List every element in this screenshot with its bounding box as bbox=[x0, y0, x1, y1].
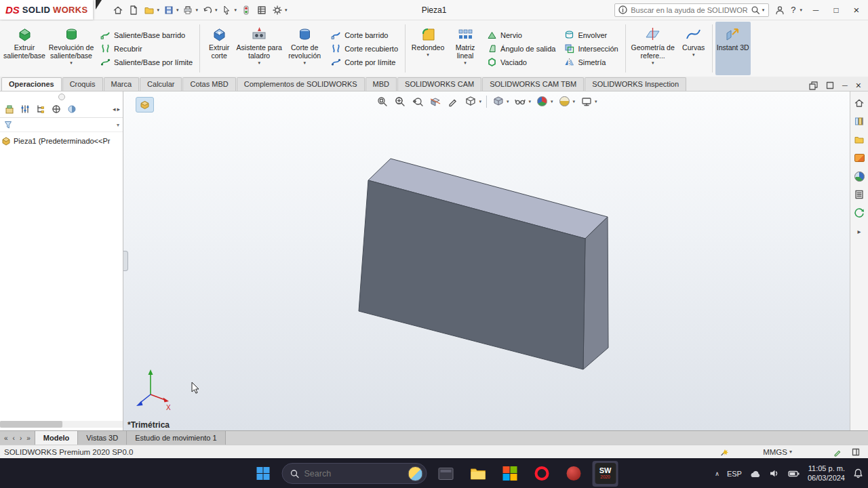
caret-down-icon[interactable]: ▾ bbox=[551, 99, 553, 104]
caret-down-icon[interactable]: ▾ bbox=[573, 99, 576, 104]
caret-down-icon[interactable]: ▾ bbox=[195, 7, 198, 13]
chevron-left-icon[interactable]: ◂ bbox=[113, 106, 116, 113]
red-circle-app-icon[interactable] bbox=[561, 461, 587, 487]
previous-tab-button[interactable]: ‹ bbox=[13, 434, 15, 442]
breadcrumb-part-icon[interactable] bbox=[136, 97, 154, 113]
filter-funnel-icon[interactable] bbox=[3, 120, 13, 129]
loft-boss-button[interactable]: Recubrir bbox=[96, 42, 197, 55]
scrollbar-thumb[interactable] bbox=[0, 421, 62, 428]
rebuild-traffic-light-icon[interactable] bbox=[239, 3, 253, 18]
search-icon[interactable] bbox=[751, 5, 760, 15]
intersect-button[interactable]: Intersección bbox=[560, 42, 622, 55]
wrap-button[interactable]: Envolver bbox=[560, 28, 622, 41]
mirror-button[interactable]: Simetría bbox=[560, 56, 622, 68]
volume-icon[interactable] bbox=[769, 468, 781, 479]
save-icon[interactable] bbox=[162, 3, 176, 18]
3d-model-canvas[interactable]: X bbox=[123, 92, 850, 430]
draft-button[interactable]: Ángulo de salida bbox=[483, 42, 559, 55]
cascade-windows-icon[interactable] bbox=[809, 81, 818, 90]
shell-button[interactable]: Vaciado bbox=[483, 56, 559, 68]
display-style-icon[interactable] bbox=[492, 95, 505, 108]
reference-geometry-button[interactable]: Geometría de refere... ▾ bbox=[629, 22, 677, 75]
caret-down-icon[interactable]: ▾ bbox=[285, 7, 288, 13]
section-view-icon[interactable] bbox=[429, 95, 441, 108]
zoom-area-icon[interactable] bbox=[393, 95, 406, 108]
last-tab-button[interactable]: » bbox=[26, 434, 31, 442]
file-explorer-icon[interactable] bbox=[853, 134, 865, 146]
graphics-area[interactable]: X ▾ ▾ ▾ ▾ ▾ ▾ *Trimétrica bbox=[123, 92, 850, 430]
new-document-icon[interactable] bbox=[127, 3, 140, 18]
maximize-window-button[interactable]: □ bbox=[829, 5, 844, 15]
taskbar-search-box[interactable] bbox=[282, 463, 427, 484]
tab-modelo[interactable]: Modelo bbox=[35, 431, 79, 445]
settings-gear-icon[interactable] bbox=[271, 3, 284, 18]
tab-solidworks-cam[interactable]: SOLIDWORKS CAM bbox=[397, 77, 481, 91]
caret-down-icon[interactable]: ▾ bbox=[117, 122, 119, 128]
options-list-icon[interactable] bbox=[255, 3, 269, 18]
dimxpertmanager-tab-icon[interactable] bbox=[50, 102, 63, 116]
help-search-box[interactable]: ▾ bbox=[614, 3, 769, 17]
home-icon[interactable] bbox=[853, 97, 865, 109]
tab-mbd[interactable]: MBD bbox=[366, 77, 397, 91]
caret-down-icon[interactable]: ▾ bbox=[800, 7, 802, 13]
tab-solidworks-inspection[interactable]: SOLIDWORKS Inspection bbox=[585, 77, 686, 91]
tab-vistas-3d[interactable]: Vistas 3D bbox=[78, 431, 127, 445]
cloud-icon[interactable] bbox=[749, 469, 762, 479]
linear-pattern-button[interactable]: Matriz lineal ▾ bbox=[448, 22, 482, 75]
home-icon[interactable] bbox=[111, 3, 125, 18]
tree-item-part[interactable]: Pieza1 (Predeterminado<<Pr bbox=[1, 135, 121, 147]
close-document-icon[interactable]: × bbox=[856, 80, 861, 91]
extrude-cut-button[interactable]: Extruir corte bbox=[203, 22, 235, 75]
print-icon[interactable] bbox=[181, 3, 195, 18]
view-settings-icon[interactable] bbox=[580, 95, 593, 108]
panel-splitter-handle[interactable] bbox=[123, 251, 128, 271]
hide-show-items-icon[interactable] bbox=[513, 95, 526, 108]
tab-solidworks-cam-tbm[interactable]: SOLIDWORKS CAM TBM bbox=[482, 77, 584, 91]
notification-bell-icon[interactable] bbox=[852, 468, 864, 479]
quick-tips-icon[interactable] bbox=[719, 447, 730, 457]
revolve-cut-button[interactable]: Corte de revolución ▾ bbox=[283, 22, 326, 75]
tab-complementos[interactable]: Complementos de SOLIDWORKS bbox=[237, 77, 365, 91]
tab-estudio-movimiento[interactable]: Estudio de movimiento 1 bbox=[127, 431, 225, 445]
tab-cotas-mbd[interactable]: Cotas MBD bbox=[182, 77, 235, 91]
close-window-button[interactable]: × bbox=[849, 4, 864, 16]
forum-icon[interactable] bbox=[853, 207, 865, 219]
view-orientation-icon[interactable] bbox=[464, 95, 477, 108]
caret-down-icon[interactable]: ▾ bbox=[176, 7, 179, 13]
collapse-arrow-icon[interactable]: ▸ bbox=[853, 225, 865, 237]
minimize-document-icon[interactable]: ─ bbox=[842, 81, 848, 89]
opera-icon[interactable] bbox=[529, 461, 555, 487]
previous-view-icon[interactable] bbox=[411, 95, 424, 108]
undo-icon[interactable] bbox=[201, 3, 214, 18]
appearances-icon[interactable] bbox=[853, 170, 865, 182]
annotation-views-icon[interactable] bbox=[446, 95, 459, 108]
boundary-boss-button[interactable]: Saliente/Base por límite bbox=[96, 56, 197, 68]
solidworks-app-icon[interactable]: SW2020 bbox=[593, 461, 618, 487]
caret-down-icon[interactable]: ▾ bbox=[157, 7, 159, 13]
caret-down-icon[interactable]: ▾ bbox=[595, 99, 597, 104]
configurationmanager-tab-icon[interactable] bbox=[34, 102, 47, 116]
caret-down-icon[interactable]: ▾ bbox=[762, 7, 765, 13]
tab-croquis[interactable]: Croquis bbox=[62, 77, 103, 91]
window-app-icon[interactable] bbox=[433, 461, 459, 487]
first-tab-button[interactable]: « bbox=[4, 434, 8, 442]
open-document-icon[interactable] bbox=[142, 3, 156, 18]
restore-window-icon[interactable] bbox=[826, 81, 834, 89]
caret-down-icon[interactable]: ▾ bbox=[234, 7, 237, 13]
swept-boss-button[interactable]: Saliente/Base barrido bbox=[96, 28, 197, 41]
fillet-button[interactable]: Redondeo ▾ bbox=[408, 22, 448, 75]
chevron-right-icon[interactable]: ▸ bbox=[117, 106, 120, 113]
folder-icon[interactable] bbox=[465, 461, 491, 487]
hole-wizard-button[interactable]: Asistente para taladro ▾ bbox=[236, 22, 282, 75]
extrude-boss-button[interactable]: Extruir saliente/base bbox=[3, 22, 46, 75]
featuremanager-tree-tab-icon[interactable] bbox=[3, 102, 16, 116]
curves-button[interactable]: Curvas ▾ bbox=[678, 22, 709, 75]
start-button[interactable] bbox=[250, 461, 276, 487]
help-search-input[interactable] bbox=[631, 6, 747, 14]
grid-app-icon[interactable] bbox=[497, 461, 523, 487]
login-person-icon[interactable] bbox=[774, 5, 785, 16]
help-button[interactable]: ? bbox=[791, 5, 795, 15]
battery-icon[interactable] bbox=[788, 470, 800, 478]
propertymanager-tab-icon[interactable] bbox=[18, 102, 32, 116]
edit-status-icon[interactable] bbox=[833, 447, 842, 457]
